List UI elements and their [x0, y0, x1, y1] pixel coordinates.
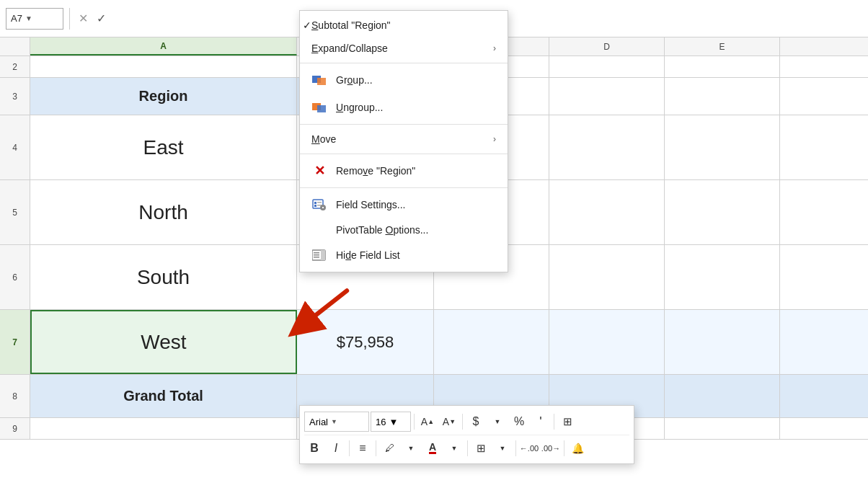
- menu-separator-4: [300, 187, 508, 188]
- col-header-a[interactable]: A: [30, 37, 297, 55]
- menu-item-remove[interactable]: ✕ Remove "Region": [300, 157, 508, 185]
- cell-2a[interactable]: [30, 56, 297, 77]
- highlight-color-btn[interactable]: 🖊: [379, 438, 399, 458]
- field-settings-icon: [311, 197, 327, 213]
- cell-ref-text: A7: [11, 13, 22, 24]
- formula-separator: [69, 8, 70, 30]
- context-menu: Subtotal "Region" Expand/Collapse › Grou…: [299, 10, 508, 272]
- cell-4e[interactable]: [665, 115, 780, 179]
- font-color-btn[interactable]: A: [422, 438, 443, 458]
- toolbar-separator-3: [554, 414, 554, 430]
- ungroup-icon: [311, 99, 327, 115]
- toolbar-row-1: Arial ▼ 16 ▼ A▲ A▼ $ ▼ % ' ⊞: [304, 409, 629, 435]
- svg-rect-13: [314, 252, 319, 254]
- cell-5d[interactable]: [549, 180, 665, 244]
- highlight-icon: 🖊: [385, 443, 394, 453]
- font-color-dropdown-btn[interactable]: ▼: [444, 438, 464, 458]
- font-dropdown-arrow-icon: ▼: [331, 418, 337, 425]
- toolbar-separator-1: [414, 414, 415, 430]
- font-size-selector[interactable]: 16 ▼: [371, 412, 411, 432]
- hide-field-list-icon: [311, 247, 327, 263]
- row-num-7: 7: [0, 310, 30, 374]
- col-header-d[interactable]: D: [549, 37, 665, 55]
- svg-rect-15: [314, 257, 319, 258]
- font-selector[interactable]: Arial ▼: [304, 412, 369, 432]
- cell-ref-dropdown[interactable]: ▼: [25, 14, 32, 22]
- toolbar-separator-6: [467, 440, 468, 456]
- cell-3e[interactable]: [665, 78, 780, 115]
- menu-item-group[interactable]: Group...: [300, 66, 508, 94]
- menu-item-expand-collapse[interactable]: Expand/Collapse ›: [300, 37, 508, 60]
- formula-cancel-btn[interactable]: ✕: [76, 12, 91, 25]
- col-header-e[interactable]: E: [665, 37, 780, 55]
- increase-font-btn[interactable]: A▲: [417, 412, 438, 432]
- cell-4d[interactable]: [549, 115, 665, 179]
- highlight-dropdown-btn[interactable]: ▼: [401, 438, 421, 458]
- cell-grand-total[interactable]: Grand Total: [30, 375, 297, 417]
- bold-btn[interactable]: B: [304, 438, 324, 458]
- cell-ref-box[interactable]: A7 ▼: [6, 8, 63, 30]
- remove-icon: ✕: [311, 163, 327, 179]
- menu-item-ungroup[interactable]: Ungroup...: [300, 94, 508, 121]
- group-icon: [311, 72, 327, 88]
- menu-item-pivottable-options[interactable]: PivotTable Options...: [300, 218, 508, 241]
- font-color-icon: A: [429, 442, 436, 454]
- cell-6e[interactable]: [665, 245, 780, 309]
- increase-decimal-btn[interactable]: .00→: [541, 438, 561, 458]
- cell-9e[interactable]: [665, 418, 780, 439]
- region-label: Region: [139, 88, 188, 105]
- cell-region[interactable]: Region: [30, 78, 297, 115]
- cell-border-btn[interactable]: ⊞: [557, 412, 577, 432]
- cell-7c[interactable]: [434, 310, 549, 374]
- svg-rect-5: [314, 202, 316, 204]
- decrease-font-btn[interactable]: A▼: [439, 412, 459, 432]
- cell-2e[interactable]: [665, 56, 780, 77]
- cell-6d[interactable]: [549, 245, 665, 309]
- cell-9a[interactable]: [30, 418, 297, 439]
- italic-btn[interactable]: I: [326, 438, 346, 458]
- row-num-4: 4: [0, 115, 30, 179]
- row-num-5: 5: [0, 180, 30, 244]
- cell-8e[interactable]: [665, 375, 780, 417]
- currency-dropdown-btn[interactable]: ▼: [487, 412, 508, 432]
- percent-btn[interactable]: %: [509, 412, 529, 432]
- size-dropdown-arrow-icon: ▼: [389, 417, 398, 427]
- cell-north[interactable]: North: [30, 180, 297, 244]
- borders-dropdown-btn[interactable]: ▼: [492, 438, 513, 458]
- cell-south[interactable]: South: [30, 245, 297, 309]
- menu-item-field-settings[interactable]: Field Settings...: [300, 191, 508, 218]
- menu-item-hide-field-list[interactable]: Hide Field List: [300, 241, 508, 269]
- row-num-8: 8: [0, 375, 30, 417]
- cell-west[interactable]: West: [30, 310, 297, 374]
- decrease-decimal-btn[interactable]: ←.00: [519, 438, 539, 458]
- borders-btn[interactable]: ⊞: [471, 438, 491, 458]
- cell-7b[interactable]: $75,958: [297, 310, 434, 374]
- toolbar-row-2: B I ≡ 🖊 ▼ A ▼ ⊞ ▼ ←.00 .00→ 🔔: [304, 435, 629, 461]
- cell-3d[interactable]: [549, 78, 665, 115]
- comma-btn[interactable]: ': [531, 412, 551, 432]
- formula-confirm-btn[interactable]: ✓: [94, 12, 109, 25]
- clear-btn[interactable]: 🔔: [567, 438, 588, 458]
- currency-btn[interactable]: $: [466, 412, 486, 432]
- row-num-header: [0, 37, 30, 55]
- toolbar-separator-8: [564, 440, 564, 456]
- table-row: 7 West $75,958: [0, 310, 868, 375]
- svg-rect-12: [321, 250, 325, 260]
- row-num-2: 2: [0, 56, 30, 77]
- cell-2d[interactable]: [549, 56, 665, 77]
- mini-toolbar: Arial ▼ 16 ▼ A▲ A▼ $ ▼ % ' ⊞ B I ≡ 🖊 ▼ A: [299, 405, 634, 464]
- toolbar-separator-7: [515, 440, 516, 456]
- menu-item-subtotal[interactable]: Subtotal "Region": [300, 14, 508, 37]
- toolbar-separator-5: [376, 440, 376, 456]
- font-name: Arial: [309, 417, 328, 427]
- align-btn[interactable]: ≡: [353, 438, 373, 458]
- menu-separator-3: [300, 154, 508, 154]
- menu-item-move[interactable]: Move ›: [300, 128, 508, 151]
- move-submenu-arrow-icon: ›: [493, 134, 496, 144]
- menu-separator-2: [300, 124, 508, 125]
- cell-7d[interactable]: [549, 310, 665, 374]
- svg-rect-3: [317, 105, 326, 112]
- cell-7e[interactable]: [665, 310, 780, 374]
- cell-5e[interactable]: [665, 180, 780, 244]
- cell-east[interactable]: East: [30, 115, 297, 179]
